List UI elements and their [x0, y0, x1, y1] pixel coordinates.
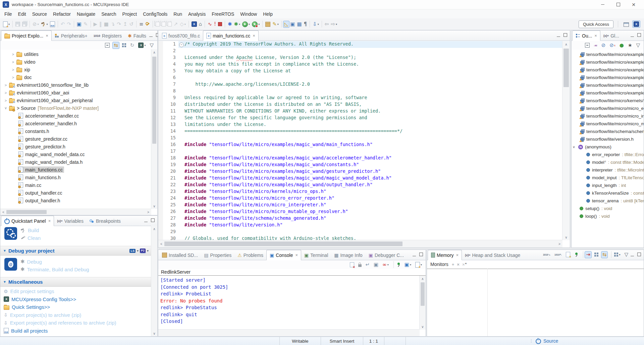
redo-connection-icon[interactable]: ↷ — [66, 21, 72, 27]
tree-row[interactable]: constants.h — [0, 127, 151, 135]
code-line[interactable]: 16#include "tensorflow/lite/micro/exampl… — [158, 142, 562, 148]
tree-item-output-handler-h[interactable]: output_handler.h — [18, 197, 61, 204]
code-line[interactable]: 20#include "tensorflow/lite/micro/exampl… — [158, 168, 562, 175]
tree-row[interactable]: gesture_predictor.h — [0, 143, 151, 150]
code-editor[interactable]: 1−/* Copyright 2019 The TensorFlow Autho… — [158, 41, 562, 240]
nav-back-icon[interactable]: ⇦ — [324, 21, 330, 27]
misc-link-quick-settings[interactable]: Quick Settings>> — [4, 303, 151, 311]
code-line[interactable]: 1−/* Copyright 2019 The TensorFlow Autho… — [158, 41, 562, 48]
tab-ou[interactable]: Ou...× — [572, 30, 600, 41]
code-line[interactable]: 3Licensed under the Apache License, Vers… — [158, 55, 562, 61]
hide-inactive-icon[interactable]: ∗ — [627, 42, 633, 49]
mcux-filter-icon[interactable]: X▾ — [137, 42, 147, 49]
maximize-panel-icon[interactable] — [637, 252, 641, 257]
close-tab-icon[interactable]: × — [594, 33, 597, 38]
code-line[interactable]: 7 http://www.apache.org/licenses/LICENSE… — [158, 81, 562, 88]
open-console-icon[interactable]: ▾ — [414, 261, 423, 268]
tree-item-gesture-predictor-h[interactable]: gesture_predictor.h — [18, 143, 67, 150]
tab-faults[interactable]: ✱Faults — [125, 31, 149, 41]
tree-row[interactable]: magic_wand_model_data.h — [0, 158, 151, 166]
quick-access-button[interactable]: Quick Access — [579, 20, 613, 28]
code-line[interactable]: 22#include "tensorflow/lite/micro/exampl… — [158, 182, 562, 189]
tree-item-video[interactable]: video — [16, 59, 37, 65]
quickstart-vertical-scrollbar[interactable]: ∧ ∨ — [151, 226, 157, 336]
binary-icon[interactable] — [49, 21, 56, 28]
step-return-icon[interactable]: ↥ — [122, 21, 128, 27]
tree-item-accelerometer-handler-cc[interactable]: accelerometer_handler.cc — [18, 113, 80, 119]
tree-row[interactable]: >utilities — [0, 50, 151, 58]
outline-item-error-reporter[interactable]: error_reporter : tflite::ErrorReporter — [572, 151, 644, 158]
tab-main-functions-cc[interactable]: cmain_functions.cc× — [203, 30, 259, 41]
code-line[interactable]: 25#include "tensorflow/lite/micro/micro_… — [158, 202, 562, 209]
tree-item-doc[interactable]: doc — [16, 74, 33, 80]
collapsed-chevron-icon[interactable]: > — [3, 98, 8, 102]
console-output[interactable]: [Started server][Connected on port 3025]… — [158, 276, 420, 330]
close-tab-icon[interactable]: × — [253, 33, 255, 38]
menu-search[interactable]: Search — [98, 9, 119, 18]
code-line[interactable]: 19#include "tensorflow/lite/micro/exampl… — [158, 162, 562, 168]
close-tab-icon[interactable]: × — [48, 218, 51, 223]
close-tab-icon[interactable]: × — [296, 253, 298, 258]
menu-freertos[interactable]: FreeRTOS — [209, 9, 237, 18]
outline-item-tensorflow-lite-micro-examples-magic-wand-constants-h[interactable]: tensorflow/lite/micro/examples/magic_wan… — [572, 66, 644, 74]
outline-item-tensorflow-lite-micro-micro-mutable-op-resolver-h[interactable]: tensorflow/lite/micro/micro_mutable_op_r… — [572, 120, 644, 128]
pin-console-icon[interactable] — [395, 262, 401, 268]
tab-properties[interactable]: ▤Properties — [201, 250, 234, 260]
console-horizontal-scrollbar[interactable] — [158, 329, 420, 336]
tree-row[interactable]: output_handler.h — [0, 197, 151, 204]
focus-view-icon[interactable] — [121, 43, 127, 48]
source-link[interactable]: Source — [543, 338, 558, 344]
code-line[interactable]: 23#include "tensorflow/lite/micro/kernel… — [158, 189, 562, 195]
annotate-icon[interactable]: ✎▾ — [271, 21, 280, 27]
code-line[interactable]: 21#include "tensorflow/lite/micro/exampl… — [158, 175, 562, 182]
scroll-up-icon[interactable]: ∧ — [151, 226, 157, 232]
add-monitor-icon[interactable]: + — [452, 262, 454, 267]
probe-icon[interactable]: ∿ — [207, 21, 213, 27]
outline-item-tensorflow-lite-micro-examples-magic-wand-accelerometer-handler-h[interactable]: tensorflow/lite/micro/examples/magic_wan… — [572, 58, 644, 66]
scroll-right-icon[interactable]: > — [556, 241, 562, 247]
new-memory-view-icon[interactable] — [565, 251, 571, 258]
tree-row[interactable]: >Cevkmimxrt1060_xbar_aoi — [0, 89, 151, 96]
expanded-chevron-icon[interactable]: ∨ — [572, 145, 576, 149]
console-open-icon[interactable]: ▦ — [296, 21, 303, 27]
tab-variables[interactable]: (x)=Variables — [54, 216, 87, 226]
tree-item-evkmimxrt1060-xbar-aoi-peripheral[interactable]: Cevkmimxrt1060_xbar_aoi_peripheral — [8, 97, 94, 104]
editor-vertical-scrollbar[interactable]: ∧ ∨ — [562, 41, 570, 240]
minimize-panel-icon[interactable] — [413, 252, 416, 257]
code-line[interactable]: 13limitations under the License. — [158, 122, 562, 128]
new-connection-icon[interactable]: ↶ — [60, 21, 66, 27]
restart-icon[interactable]: ↺ — [128, 21, 135, 27]
view-menu-icon[interactable]: ▽ — [635, 42, 641, 49]
pin-memory-icon[interactable] — [573, 252, 579, 258]
tree-item-accelerometer-handler-h[interactable]: accelerometer_handler.h — [18, 120, 78, 127]
sdk-console-icon[interactable]: ▣ — [76, 21, 83, 27]
show-on-output-icon[interactable]: ▣ — [373, 262, 379, 268]
outline-item-model[interactable]: modelc : const tflite::Model — [572, 158, 644, 166]
debug-icon[interactable]: ✱▾ — [233, 21, 241, 27]
scroll-left-icon[interactable]: < — [158, 241, 164, 247]
display-console-icon[interactable]: ▣▾ — [404, 262, 412, 268]
menu-refactor[interactable]: Refactor — [50, 9, 74, 18]
tree-item-xip[interactable]: xip — [16, 67, 32, 73]
tree-row[interactable]: >xip — [0, 66, 151, 73]
tree-row[interactable]: gesture_predictor.cc — [0, 135, 151, 143]
outline-item-input-length[interactable]: input_length : int — [572, 182, 644, 189]
terminate-icon[interactable]: ■ — [103, 21, 110, 27]
scroll-down-icon[interactable]: ∨ — [420, 324, 426, 330]
tab-quickstart-panel[interactable]: Quickstart Panel× — [1, 216, 54, 226]
pilcrow-icon[interactable]: ¶ — [303, 21, 308, 27]
scroll-up-icon[interactable]: ∧ — [562, 41, 570, 47]
link-with-debug-icon[interactable]: ⇥ — [585, 252, 591, 258]
step-over-icon[interactable]: ↷ — [116, 21, 122, 27]
minimize-panel-icon[interactable] — [631, 252, 634, 257]
collapsed-chevron-icon[interactable]: > — [10, 60, 16, 64]
import-icon[interactable]: ⇩▾ — [312, 21, 320, 27]
debug-section-header[interactable]: ▼ Debug your project LS ▾ P2 ▾ — [0, 246, 151, 256]
nav-forward-icon[interactable]: ⇨▾ — [330, 21, 338, 27]
code-line[interactable]: 27#include "tensorflow/lite/schema/schem… — [158, 215, 562, 222]
split-view-icon[interactable]: ▾ — [613, 252, 621, 257]
remove-all-monitors-icon[interactable]: ×× — [462, 262, 467, 267]
outline-item-tensorflow-lite-micro-examples-magic-wand-main-functions-h[interactable]: tensorflow/lite/micro/examples/magic_wan… — [572, 51, 644, 58]
code-line[interactable]: 9Unless required by applicable law or ag… — [158, 95, 562, 101]
outline-item-interpreter[interactable]: interpreter : tflite::MicroInterpreter — [572, 166, 644, 174]
